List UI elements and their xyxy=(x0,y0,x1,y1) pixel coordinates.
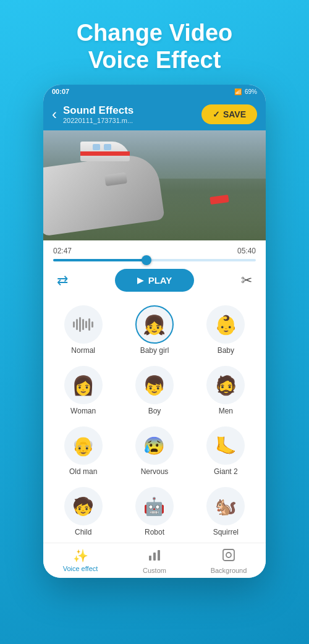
effect-label-woman: Woman xyxy=(70,407,96,415)
custom-icon xyxy=(148,548,161,565)
background-icon xyxy=(222,548,235,565)
voice-effect-icon: ✨ xyxy=(73,548,88,563)
effect-circle-woman: 👩 xyxy=(64,366,103,404)
svg-rect-0 xyxy=(149,556,151,561)
bottom-nav: ✨ Voice effect Custom Background xyxy=(43,543,266,578)
effect-circle-oldman: 👴 xyxy=(64,426,103,465)
effect-circle-normal xyxy=(64,305,103,344)
effect-item-child[interactable]: 🧒 Child xyxy=(48,482,118,541)
effect-item-squirrel[interactable]: 🐿️ Squirrel xyxy=(191,482,261,541)
time-labels: 02:47 05:40 xyxy=(53,247,256,255)
toolbar-subtitle: 20220111_173731.m... xyxy=(63,117,133,124)
effect-circle-giant2: 🦶 xyxy=(206,426,245,465)
voice-effect-label: Voice effect xyxy=(63,565,98,572)
effect-item-normal[interactable]: Normal xyxy=(48,300,118,360)
current-time: 02:47 xyxy=(53,247,72,255)
custom-label: Custom xyxy=(143,567,166,574)
status-bar: 00:07 📶 69% xyxy=(43,85,266,98)
header-line1: Change Video xyxy=(12,20,297,47)
toolbar-title-main: Sound Effects xyxy=(63,104,133,117)
battery-text: 69% xyxy=(245,88,257,95)
effect-circle-squirrel: 🐿️ xyxy=(206,487,245,525)
nav-item-voice-effect[interactable]: ✨ Voice effect xyxy=(43,548,117,574)
svg-rect-3 xyxy=(223,549,234,561)
effect-item-boy[interactable]: 👦 Boy xyxy=(119,361,189,420)
effect-circle-baby: 👶 xyxy=(206,305,245,344)
status-icons: 📶 69% xyxy=(234,88,257,95)
save-label: SAVE xyxy=(223,109,246,119)
app-toolbar: ‹ Sound Effects 20220111_173731.m... ✓ S… xyxy=(43,98,266,130)
effect-label-normal: Normal xyxy=(71,346,95,355)
effect-circle-child: 🧒 xyxy=(64,487,103,525)
effect-item-nervous[interactable]: 😰 Nervous xyxy=(119,422,189,481)
effect-item-men[interactable]: 🧔 Men xyxy=(191,361,261,420)
progress-thumb[interactable] xyxy=(142,255,151,265)
effect-item-oldman[interactable]: 👴 Old man xyxy=(48,422,118,481)
phone-mockup: 00:07 📶 69% ‹ Sound Effects 20220111_173… xyxy=(43,85,266,578)
effect-circle-robot: 🤖 xyxy=(135,487,174,525)
toolbar-left: ‹ Sound Effects 20220111_173731.m... xyxy=(52,104,133,124)
progress-fill xyxy=(53,259,146,261)
effect-item-robot[interactable]: 🤖 Robot xyxy=(119,482,189,541)
signal-icon: 📶 xyxy=(234,88,242,95)
effect-item-woman[interactable]: 👩 Woman xyxy=(48,361,118,420)
effect-label-boy: Boy xyxy=(148,407,161,415)
total-time: 05:40 xyxy=(237,247,256,255)
back-button[interactable]: ‹ xyxy=(52,106,57,123)
effect-item-baby[interactable]: 👶 Baby xyxy=(191,300,261,360)
playback-controls: ⇄ ▶ PLAY ✂ xyxy=(43,264,266,298)
scissors-button[interactable]: ✂ xyxy=(241,273,252,289)
effect-label-nervous: Nervous xyxy=(141,467,169,476)
effect-item-babygirl[interactable]: 👧 Baby girl xyxy=(119,300,189,360)
progress-track[interactable] xyxy=(53,259,256,261)
effect-circle-babygirl: 👧 xyxy=(135,305,174,344)
effect-label-squirrel: Squirrel xyxy=(213,528,239,536)
svg-point-4 xyxy=(226,553,231,557)
svg-rect-1 xyxy=(153,553,156,561)
effect-label-babygirl: Baby girl xyxy=(140,346,169,355)
effect-label-child: Child xyxy=(75,528,91,536)
effect-circle-boy: 👦 xyxy=(135,366,174,404)
effect-label-giant2: Giant 2 xyxy=(214,467,238,476)
play-button[interactable]: ▶ PLAY xyxy=(115,269,195,292)
timeline-area: 02:47 05:40 xyxy=(43,240,266,264)
header-section: Change Video Voice Effect xyxy=(0,0,309,85)
effect-item-giant2[interactable]: 🦶 Giant 2 xyxy=(191,422,261,481)
nav-item-custom[interactable]: Custom xyxy=(117,548,192,574)
effects-grid: Normal 👧 Baby girl 👶 Baby 👩 Woman xyxy=(43,298,266,543)
effect-label-oldman: Old man xyxy=(69,467,97,476)
effect-circle-men: 🧔 xyxy=(206,366,245,404)
play-icon: ▶ xyxy=(137,276,143,285)
header-line2: Voice Effect xyxy=(12,47,297,74)
effect-label-robot: Robot xyxy=(145,528,164,536)
video-thumbnail xyxy=(43,130,266,240)
repeat-button[interactable]: ⇄ xyxy=(57,273,68,289)
save-button[interactable]: ✓ SAVE xyxy=(201,104,257,124)
play-label: PLAY xyxy=(148,275,172,286)
save-checkmark-icon: ✓ xyxy=(213,109,220,119)
svg-rect-2 xyxy=(158,550,160,561)
effect-circle-nervous: 😰 xyxy=(135,426,174,465)
nav-item-background[interactable]: Background xyxy=(192,548,266,574)
effect-label-men: Men xyxy=(219,407,233,415)
status-time: 00:07 xyxy=(52,88,69,95)
toolbar-title-block: Sound Effects 20220111_173731.m... xyxy=(63,104,133,124)
background-label: Background xyxy=(211,567,247,574)
effect-label-baby: Baby xyxy=(218,346,234,355)
